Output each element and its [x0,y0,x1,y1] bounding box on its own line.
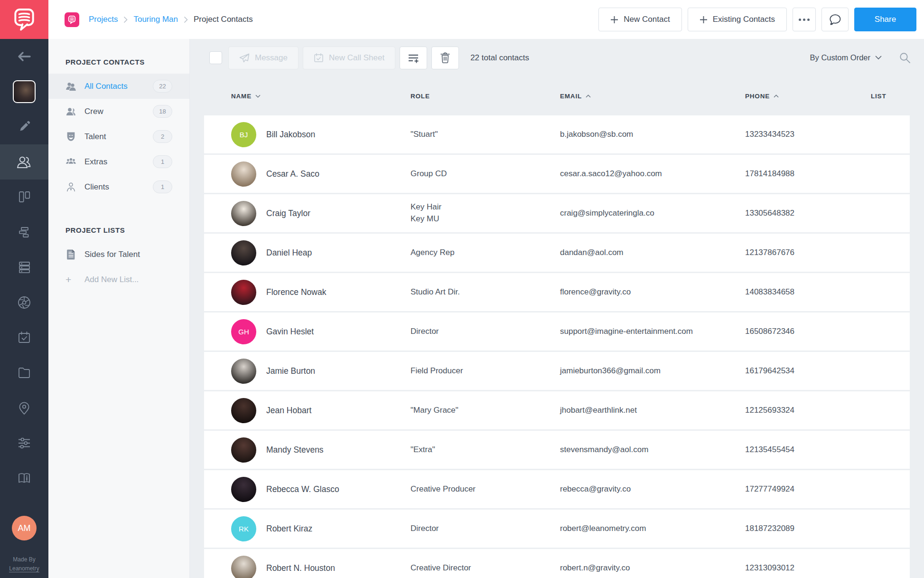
name-cell: Jamie Burton [204,359,411,384]
table-row[interactable]: Jamie Burton Field Producer jamieburton3… [204,352,910,390]
email-column-label: EMAIL [560,93,582,100]
message-label: Message [255,53,288,63]
name-cell: Cesar A. Saco [204,161,411,187]
back-button[interactable] [0,39,48,74]
list-column-label: LIST [871,93,886,100]
role-column-label: ROLE [411,93,430,100]
sidebar-item-crew[interactable]: Crew 18 [48,99,189,124]
sidebar-item-sides-for-talent[interactable]: Sides for Talent [48,242,189,267]
table-row[interactable]: Florence Nowak Studio Art Dir. florence@… [204,273,910,311]
project-badge[interactable] [65,12,79,27]
plus-icon [700,16,708,24]
share-label: Share [875,15,896,24]
user-avatar[interactable]: AM [12,516,37,540]
table-row[interactable]: RK Robert Kiraz Director robert@leanomet… [204,510,910,548]
avatar [231,556,256,578]
breadcrumb-project-link[interactable]: Touring Man [133,15,178,24]
existing-contacts-label: Existing Contacts [713,15,775,24]
more-options-button[interactable] [793,8,816,31]
sidebar-item-all-contacts[interactable]: All Contacts 22 [48,74,189,99]
contact-email: jhobart@earthlink.net [560,406,745,415]
contact-email: support@imagine-entertainment.com [560,327,745,336]
avatar: GH [231,319,256,344]
contact-role: Director [411,523,560,535]
rail-shots-tab[interactable] [0,285,48,320]
rail-schedule-tab[interactable] [0,215,48,250]
trash-icon [440,52,450,64]
contact-email: robert@leanometry.com [560,524,745,533]
rail-files-tab[interactable] [0,355,48,390]
table-row[interactable]: Rebecca W. Glasco Creative Producer rebe… [204,470,910,508]
breadcrumb: Projects Touring Man Project Contacts [89,15,253,24]
sort-order-dropdown[interactable]: By Custom Order [810,53,882,62]
contacts-table-body: BJ Bill Jakobson "Stuart" b.jakobson@sb.… [204,115,910,578]
search-button[interactable] [899,52,911,64]
edit-project-button[interactable] [0,109,48,144]
send-plane-icon [239,53,250,63]
extras-count-badge: 1 [153,155,172,168]
column-header-name[interactable]: NAME [204,93,411,100]
rail-locations-tab[interactable] [0,390,48,426]
avatar [231,240,256,265]
comments-button[interactable] [821,8,849,31]
table-row[interactable]: Mandy Stevens "Extra" stevensmandy@aol.c… [204,431,910,469]
table-row[interactable]: Craig Taylor Key Hair Key MU craig@simpl… [204,194,910,232]
column-header-list[interactable]: LIST [871,93,910,100]
header-actions: New Contact Existing Contacts Share [598,8,916,31]
made-by-credit: Made By Leanometry [9,555,39,573]
avatar-initials: RK [239,525,249,533]
rail-settings-tab[interactable] [0,426,48,461]
table-row[interactable]: Robert N. Houston Creative Director robe… [204,549,910,578]
sidebar-item-clients[interactable]: Clients 1 [48,174,189,199]
message-button[interactable]: Message [228,47,299,69]
map-pin-icon [17,400,31,416]
column-header-phone[interactable]: PHONE [745,93,871,100]
column-header-role[interactable]: ROLE [411,93,560,100]
contact-role: Director [411,326,560,338]
add-new-list-button[interactable]: + Add New List... [48,267,189,292]
rail-calendar-tab[interactable] [0,320,48,355]
name-cell: Jean Hobart [204,398,411,423]
top-header: Projects Touring Man Project Contacts Ne… [48,0,924,39]
extras-label: Extras [84,157,153,167]
table-row[interactable]: Daniel Heap Agency Rep dandan@aol.com 12… [204,234,910,272]
delete-button[interactable] [431,47,459,69]
breadcrumb-projects-link[interactable]: Projects [89,15,118,24]
plus-icon [610,16,618,24]
sidebar-item-extras[interactable]: Extras 1 [48,149,189,174]
column-header-email[interactable]: EMAIL [560,93,745,100]
user-initials: AM [18,523,31,533]
project-thumbnail[interactable] [0,74,48,109]
add-to-list-icon [407,52,420,64]
rail-docs-tab[interactable] [0,461,48,496]
contacts-people-icon [16,155,33,169]
client-person-icon [65,182,76,192]
app-logo[interactable] [0,0,48,39]
speech-bubble-logo-icon [11,6,37,33]
app-window: AM Made By Leanometry Projects Touring M… [0,0,924,578]
aperture-icon [17,295,32,310]
rail-boards-tab[interactable] [0,180,48,215]
avatar: BJ [231,122,256,147]
sidebar-item-talent[interactable]: Talent 2 [48,124,189,149]
table-row[interactable]: Cesar A. Saco Group CD cesar.a.saco12@ya… [204,155,910,193]
made-by-brand-link[interactable]: Leanometry [9,565,39,572]
contact-phone: 18187232089 [745,524,871,533]
name-cell: BJ Bill Jakobson [204,122,411,147]
contact-email: b.jakobson@sb.com [560,130,745,139]
rail-breakdown-tab[interactable] [0,250,48,285]
contact-name: Craig Taylor [266,208,310,218]
contact-role: "Extra" [411,444,560,456]
share-button[interactable]: Share [854,8,916,31]
rail-contacts-tab[interactable] [0,144,48,180]
table-row[interactable]: Jean Hobart "Mary Grace" jhobart@earthli… [204,391,910,429]
select-all-checkbox[interactable] [209,51,222,64]
plus-icon: + [65,274,76,285]
new-contact-button[interactable]: New Contact [598,8,681,31]
manage-lists-button[interactable] [400,47,427,69]
new-call-sheet-button[interactable]: New Call Sheet [303,47,395,69]
table-row[interactable]: GH Gavin Heslet Director support@imagine… [204,313,910,351]
existing-contacts-button[interactable]: Existing Contacts [688,8,787,31]
contact-email: cesar.a.saco12@yahoo.com [560,169,745,179]
table-row[interactable]: BJ Bill Jakobson "Stuart" b.jakobson@sb.… [204,115,910,153]
